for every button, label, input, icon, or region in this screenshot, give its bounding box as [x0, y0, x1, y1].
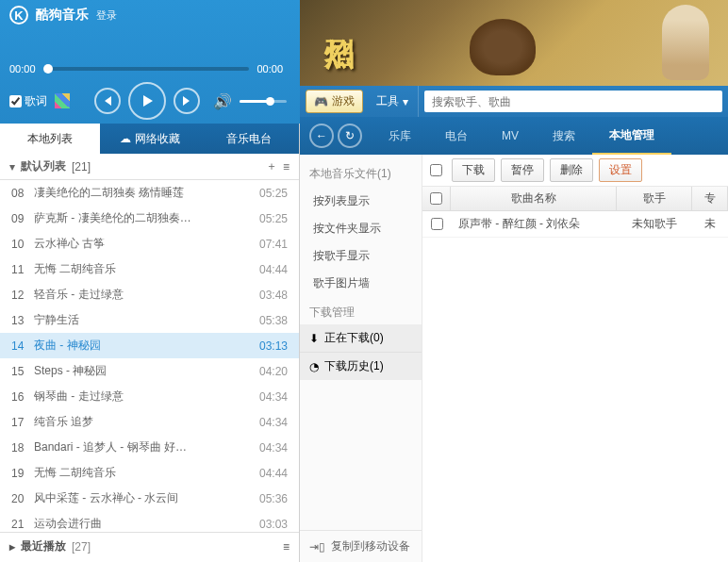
equalizer-icon[interactable]	[55, 93, 70, 108]
settings-button[interactable]: 设置	[599, 158, 642, 182]
side-group-download: 下载管理	[300, 297, 422, 324]
track-num: 13	[11, 314, 34, 327]
track-row[interactable]: 14夜曲 - 神秘园03:13	[0, 333, 299, 358]
table-header: 歌曲名称 歌手 专	[422, 187, 728, 211]
chevron-right-icon: ▸	[9, 540, 15, 554]
track-row[interactable]: 16钢琴曲 - 走过绿意04:34	[0, 384, 299, 409]
track-duration: 04:44	[259, 263, 288, 276]
recent-playlist-header[interactable]: ▸ 最近播放 [27] ≡	[0, 532, 299, 560]
view-by-folder[interactable]: 按文件夹显示	[300, 215, 422, 242]
track-name: Bandari - 追梦人 - 钢琴曲 好…	[34, 439, 259, 455]
track-name: 风中采莲 - 云水禅心 - 水云间	[34, 490, 259, 506]
track-duration: 05:25	[259, 187, 288, 200]
track-duration: 04:20	[259, 365, 288, 378]
device-icon: ⇥▯	[309, 540, 325, 554]
track-row[interactable]: 13宁静生活05:38	[0, 307, 299, 333]
track-row[interactable]: 12轻音乐 - 走过绿意03:48	[0, 282, 299, 307]
track-duration: 05:38	[259, 314, 288, 327]
download-icon: ⬇	[309, 332, 319, 345]
track-row[interactable]: 18Bandari - 追梦人 - 钢琴曲 好…04:34	[0, 435, 299, 460]
nav-radio[interactable]: 电台	[428, 117, 485, 155]
delete-button[interactable]: 删除	[550, 158, 593, 182]
nav-library[interactable]: 乐库	[372, 117, 428, 155]
track-duration: 03:13	[259, 339, 288, 353]
track-num: 10	[11, 238, 34, 251]
track-duration: 05:25	[259, 212, 288, 225]
nav-local-manage[interactable]: 本地管理	[592, 117, 671, 155]
game-button[interactable]: 🎮 游戏	[306, 90, 363, 113]
track-row[interactable]: 20风中采莲 - 云水禅心 - 水云间05:36	[0, 486, 299, 511]
ad-banner[interactable]: 烈焰	[300, 0, 728, 86]
track-row[interactable]: 11无悔 二胡纯音乐04:44	[0, 256, 299, 282]
volume-icon[interactable]: 🔊	[213, 92, 232, 110]
track-name: 夜曲 - 神秘园	[34, 338, 259, 354]
tab-local-list[interactable]: 本地列表	[0, 124, 100, 154]
progress-bar[interactable]	[43, 67, 250, 71]
track-row[interactable]: 10云水禅心 古筝07:41	[0, 231, 299, 256]
prev-icon	[102, 95, 113, 107]
banner-text: 烈焰	[319, 14, 360, 80]
side-column: 本地音乐文件(1) 按列表显示 按文件夹显示 按歌手显示 歌手图片墙 下载管理 …	[300, 155, 422, 562]
nav-mv[interactable]: MV	[485, 117, 536, 155]
track-row[interactable]: 09萨克斯 - 凄美绝伦的二胡独奏…05:25	[0, 206, 299, 231]
download-button[interactable]: 下载	[452, 158, 495, 182]
track-duration: 07:41	[259, 238, 288, 251]
playlist-header[interactable]: ▾ 默认列表 [21] ＋ ≡	[0, 154, 299, 180]
login-link[interactable]: 登录	[96, 8, 117, 23]
track-row[interactable]: 17纯音乐 追梦04:34	[0, 409, 299, 435]
volume-slider[interactable]	[240, 100, 287, 103]
track-name: 无悔 二胡纯音乐	[34, 261, 259, 277]
view-artist-wall[interactable]: 歌手图片墙	[300, 270, 422, 297]
tab-radio[interactable]: 音乐电台	[199, 124, 299, 154]
th-title[interactable]: 歌曲名称	[451, 187, 617, 210]
download-history-item[interactable]: ◔ 下载历史(1)	[300, 352, 422, 380]
search-input[interactable]	[432, 95, 715, 108]
downloading-item[interactable]: ⬇ 正在下载(0)	[300, 324, 422, 352]
track-name: 无悔 二胡纯音乐	[34, 465, 259, 481]
tools-button[interactable]: 工具 ▾	[367, 86, 419, 117]
table-row[interactable]: 原声带 - 醉红颜 - 刘依朵未知歌手未	[422, 211, 728, 238]
track-num: 20	[11, 492, 34, 505]
next-button[interactable]	[174, 88, 200, 114]
table-body: 原声带 - 醉红颜 - 刘依朵未知歌手未	[422, 211, 728, 238]
view-by-artist[interactable]: 按歌手显示	[300, 242, 422, 270]
lyric-toggle[interactable]: 歌词	[9, 93, 47, 109]
th-artist[interactable]: 歌手	[617, 187, 692, 210]
view-by-list[interactable]: 按列表显示	[300, 188, 422, 215]
track-row[interactable]: 15Steps - 神秘园04:20	[0, 358, 299, 384]
play-icon	[140, 93, 155, 108]
select-all-checkbox[interactable]	[430, 164, 442, 176]
pause-button[interactable]: 暂停	[501, 158, 544, 182]
track-name: 运动会进行曲	[34, 516, 259, 532]
copy-to-device[interactable]: ⇥▯ 复制到移动设备	[300, 530, 422, 554]
cell-artist: 未知歌手	[617, 216, 692, 232]
track-duration: 04:34	[259, 390, 288, 404]
play-button[interactable]	[128, 82, 166, 120]
player-header: K 酷狗音乐 登录 烈焰 00:00 00:00 歌词 🔊 🎮 游戏	[0, 0, 728, 124]
tab-network-fav[interactable]: ☁网络收藏	[100, 124, 200, 154]
menu-icon[interactable]: ≡	[283, 540, 290, 554]
track-duration: 03:48	[259, 289, 288, 302]
row-checkbox[interactable]	[431, 218, 443, 230]
track-num: 21	[11, 518, 34, 531]
side-head-local[interactable]: 本地音乐文件(1)	[300, 160, 422, 188]
lyric-label: 歌词	[25, 93, 47, 109]
track-num: 12	[11, 289, 34, 302]
th-extra[interactable]: 专	[692, 187, 728, 210]
nav-search[interactable]: 搜索	[536, 117, 592, 155]
track-row[interactable]: 19无悔 二胡纯音乐04:44	[0, 460, 299, 486]
left-panel: 本地列表 ☁网络收藏 音乐电台 ▾ 默认列表 [21] ＋ ≡ 08凄美绝伦的二…	[0, 124, 300, 562]
track-row[interactable]: 08凄美绝伦的二胡独奏 殇情睡莲05:25	[0, 180, 299, 206]
nav-refresh-button[interactable]: ↻	[338, 124, 362, 148]
nav-back-button[interactable]: ←	[309, 124, 334, 148]
th-checkbox[interactable]	[422, 187, 451, 210]
time-total: 00:00	[256, 63, 283, 74]
track-num: 16	[11, 390, 34, 404]
prev-button[interactable]	[94, 88, 121, 114]
add-playlist-icon[interactable]: ＋	[266, 158, 277, 174]
track-num: 14	[11, 339, 34, 353]
track-list[interactable]: 08凄美绝伦的二胡独奏 殇情睡莲05:2509萨克斯 - 凄美绝伦的二胡独奏…0…	[0, 180, 299, 532]
search-box[interactable]	[424, 91, 722, 112]
menu-icon[interactable]: ≡	[283, 160, 290, 174]
track-row[interactable]: 21运动会进行曲03:03	[0, 511, 299, 532]
